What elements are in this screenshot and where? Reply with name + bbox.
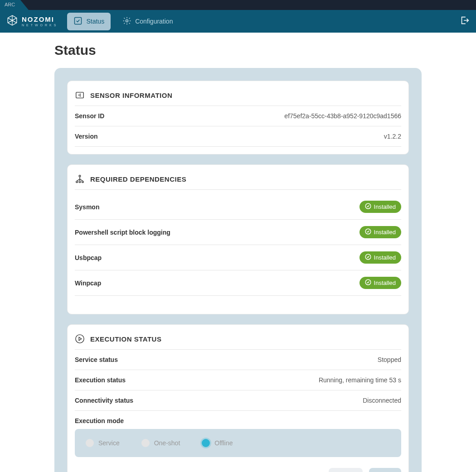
installed-badge: Installed — [359, 201, 401, 213]
sensor-id-label: Sensor ID — [75, 112, 104, 120]
logout-button[interactable] — [460, 15, 470, 27]
dep-row-usbpcap: Usbpcap Installed — [75, 245, 401, 270]
installed-badge: Installed — [359, 226, 401, 238]
brand-logo: NOZOMI NETWORKS — [6, 14, 58, 28]
dep-row-winpcap: Winpcap Installed — [75, 270, 401, 296]
service-status-label: Service status — [75, 356, 118, 363]
mode-service-label: Service — [98, 439, 120, 447]
svg-rect-0 — [75, 17, 82, 24]
execution-status-title: EXECUTION STATUS — [90, 335, 161, 343]
svg-point-6 — [82, 181, 84, 183]
version-label: Version — [75, 133, 98, 140]
app-tab-arc[interactable]: ARC — [0, 0, 20, 10]
svg-point-4 — [76, 181, 78, 183]
dep-row-powershell: Powershell script block logging Installe… — [75, 220, 401, 245]
stop-button[interactable]: Stop — [329, 468, 363, 472]
radio-icon — [141, 439, 150, 447]
execution-mode-selector: Service One-shot Offline — [75, 429, 401, 457]
sensor-info-card: SENSOR INFORMATION Sensor ID ef75ef2a-55… — [67, 81, 409, 154]
check-icon — [365, 203, 371, 211]
check-icon — [365, 279, 371, 287]
dependencies-title: REQUIRED DEPENDENCIES — [90, 175, 186, 183]
nav-configuration[interactable]: Configuration — [116, 13, 179, 30]
mode-offline[interactable]: Offline — [202, 439, 233, 447]
nav-status[interactable]: Status — [67, 13, 111, 30]
dep-name: Usbpcap — [75, 254, 102, 261]
svg-point-5 — [79, 181, 81, 183]
dependencies-icon — [75, 174, 85, 184]
sensor-id-row: Sensor ID ef75ef2a-55cc-43b8-a952-9120c9… — [75, 106, 401, 126]
nav-configuration-label: Configuration — [135, 18, 173, 25]
badge-label: Installed — [374, 203, 396, 210]
gear-icon — [122, 16, 131, 27]
dep-name: Sysmon — [75, 203, 99, 211]
dep-name: Powershell script block logging — [75, 229, 170, 236]
mode-offline-label: Offline — [214, 439, 233, 447]
sensor-id-value: ef75ef2a-55cc-43b8-a952-9120c9ad1566 — [284, 112, 401, 120]
check-icon — [365, 228, 371, 236]
badge-label: Installed — [374, 229, 396, 236]
mode-oneshot[interactable]: One-shot — [141, 439, 180, 447]
logo-text-sub: NETWORKS — [22, 24, 58, 27]
main-panel: SENSOR INFORMATION Sensor ID ef75ef2a-55… — [54, 68, 422, 472]
svg-rect-2 — [76, 92, 84, 98]
nav-status-label: Status — [86, 18, 104, 25]
version-value: v1.2.2 — [384, 133, 401, 140]
connectivity-status-value: Disconnected — [363, 397, 401, 404]
radio-icon — [202, 439, 210, 447]
connectivity-status-row: Connectivity status Disconnected — [75, 390, 401, 411]
status-icon — [73, 16, 83, 27]
connectivity-status-label: Connectivity status — [75, 397, 133, 404]
execution-status-card: EXECUTION STATUS Service status Stopped … — [67, 324, 409, 472]
execution-mode-label: Execution mode — [75, 417, 401, 424]
mode-service[interactable]: Service — [86, 439, 120, 447]
check-icon — [365, 254, 371, 261]
dependencies-card: REQUIRED DEPENDENCIES Sysmon Installed P… — [67, 164, 409, 314]
execution-status-label: Execution status — [75, 376, 126, 384]
play-icon — [75, 334, 85, 344]
execution-status-row: Execution status Running, remaining time… — [75, 370, 401, 390]
radio-icon — [86, 439, 94, 447]
nav-bar: NOZOMI NETWORKS Status Configuration — [0, 10, 476, 33]
logo-text-main: NOZOMI — [22, 16, 58, 23]
logo-icon — [6, 14, 18, 28]
page-title: Status — [54, 43, 422, 58]
badge-label: Installed — [374, 254, 396, 261]
service-status-value: Stopped — [378, 356, 401, 363]
installed-badge: Installed — [359, 251, 401, 264]
svg-point-1 — [126, 19, 128, 22]
sensor-info-title: SENSOR INFORMATION — [90, 92, 172, 99]
badge-label: Installed — [374, 279, 396, 286]
version-row: Version v1.2.2 — [75, 126, 401, 147]
run-button[interactable]: Run — [369, 468, 401, 472]
mode-oneshot-label: One-shot — [154, 439, 180, 447]
svg-point-11 — [76, 335, 84, 343]
svg-point-3 — [79, 175, 81, 177]
service-status-row: Service status Stopped — [75, 350, 401, 370]
dep-name: Winpcap — [75, 279, 101, 287]
sensor-icon — [75, 90, 85, 100]
execution-status-value: Running, remaining time 53 s — [319, 376, 401, 384]
dep-row-sysmon: Sysmon Installed — [75, 194, 401, 220]
installed-badge: Installed — [359, 277, 401, 289]
